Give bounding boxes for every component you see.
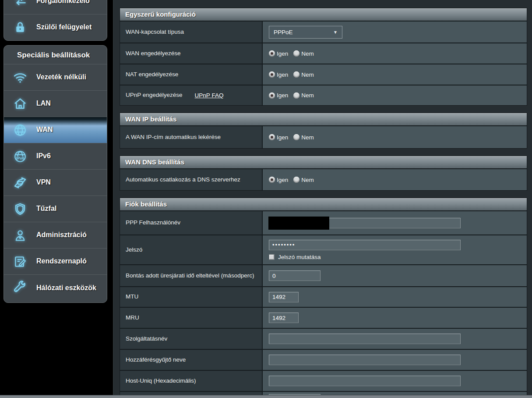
- setting-value-cell: [263, 371, 527, 391]
- radio-option-igen: Igen: [269, 177, 288, 183]
- radio-option-nem: Nem: [293, 50, 314, 57]
- radio-group: IgenNem: [269, 50, 319, 57]
- admin-icon: [11, 226, 29, 245]
- upnp-faq-link[interactable]: UPnP FAQ: [195, 92, 224, 99]
- sidebar-item-vezet-k-n-lk-li[interactable]: Vezeték nélküli: [4, 64, 107, 90]
- radio-option-nem: Nem: [293, 92, 314, 99]
- setting-label-cell: WAN engedélyezése: [120, 43, 263, 64]
- radio-button-igen[interactable]: [269, 134, 275, 140]
- sidebar-item-vpn[interactable]: VPN: [4, 169, 107, 195]
- setting-row: NAT engedélyezéseIgenNem: [120, 64, 527, 85]
- setting-label-cell: NAT engedélyezése: [120, 64, 263, 85]
- input-wrap: [269, 334, 461, 344]
- wifi-icon: [11, 68, 29, 87]
- globe-icon: [11, 121, 29, 139]
- setting-value-cell: PPPoE▼: [263, 21, 527, 43]
- radio-label: Nem: [301, 71, 314, 78]
- sidebar-item-ipv6[interactable]: IPv6IPv6: [4, 143, 107, 169]
- radio-label: Igen: [277, 177, 288, 183]
- radio-option-nem: Nem: [293, 134, 314, 141]
- sidebar-item-label: Hálózati eszközök: [36, 284, 96, 292]
- setting-row: WAN engedélyezéseIgenNem: [120, 43, 527, 64]
- radio-button-igen[interactable]: [269, 50, 275, 57]
- input-wrap: [269, 376, 461, 386]
- radio-group: IgenNem: [269, 134, 319, 141]
- radio-label: Nem: [301, 92, 314, 99]
- setting-label: NAT engedélyezése: [126, 71, 178, 78]
- setting-row: A WAN IP-cím automatikus lekéréseIgenNem: [120, 125, 527, 148]
- setting-label-cell: Automatikus csatlakozás a DNS szerverhez: [120, 169, 263, 190]
- section-2: WAN DNS beállításAutomatikus csatlakozás…: [120, 156, 527, 191]
- sidebar-item-label: Szülői felügyelet: [36, 23, 92, 31]
- szolg-ltat-sn-v-input[interactable]: [269, 334, 461, 344]
- wan-connection-type-select[interactable]: PPPoE▼: [269, 26, 342, 39]
- setting-label: A WAN IP-cím automatikus lekérése: [126, 133, 221, 141]
- setting-value-cell: IgenNem: [263, 126, 527, 148]
- setting-label-cell: Jelszó: [120, 235, 263, 264]
- setting-label: WAN engedélyezése: [126, 50, 181, 57]
- setting-value-cell: [263, 287, 527, 307]
- sidebar-item-lan[interactable]: LAN: [4, 90, 107, 117]
- lock-icon: [11, 18, 29, 37]
- section-0: Egyszerű konfigurációWAN-kapcsolat típus…: [120, 8, 527, 106]
- radio-label: Igen: [277, 71, 288, 78]
- sidebar-item-h-l-zati-eszk-z-k[interactable]: Hálózati eszközök: [4, 274, 107, 302]
- sidebar-item-wan[interactable]: WAN: [4, 117, 107, 143]
- show-password-row: Jelszó mutatása: [269, 254, 321, 260]
- radio-button-igen[interactable]: [269, 71, 275, 78]
- setting-value-cell: Jelszó mutatása: [263, 235, 527, 264]
- radio-option-igen: Igen: [269, 50, 288, 57]
- input-wrap: [269, 270, 321, 281]
- sidebar-group-title: Speciális beállítások: [4, 46, 107, 64]
- sidebar-item-sz-l-i-fel-gyelet[interactable]: Szülői felügyelet: [4, 14, 107, 40]
- sidebar-item-t-zfal[interactable]: Tűzfal: [4, 195, 107, 222]
- radio-label: Igen: [277, 50, 288, 57]
- radio-button-nem[interactable]: [293, 177, 299, 183]
- sidebar-item-label: Tűzfal: [36, 205, 56, 213]
- sidebar: ForgalomkezelőSzülői felügyelet Speciáli…: [0, 0, 113, 398]
- radio-option-nem: Nem: [293, 71, 314, 78]
- host-uniq-hexadecim-lis-input[interactable]: [269, 376, 461, 386]
- radio-button-igen[interactable]: [269, 177, 275, 183]
- setting-label: MRU: [126, 314, 139, 322]
- setting-row: Hozzáférésgyűjtő neve: [120, 349, 527, 370]
- password-input[interactable]: [269, 240, 461, 250]
- radio-button-nem[interactable]: [293, 92, 299, 99]
- setting-row: Bontás adott üresjárati idő elteltével (…: [120, 264, 527, 286]
- setting-value-cell: IgenNem: [263, 85, 527, 105]
- show-password-label: Jelszó mutatása: [278, 254, 321, 260]
- setting-label-cell: MRU: [120, 308, 263, 328]
- log-icon: [11, 252, 29, 271]
- setting-label: Bontás adott üresjárati idő elteltével (…: [126, 272, 254, 280]
- sidebar-group-top: ForgalomkezelőSzülői felügyelet: [4, 0, 107, 41]
- radio-group: IgenNem: [269, 71, 319, 78]
- bont-s-adott-resj-rati-id-eltelt-vel-m-sodperc-input[interactable]: [269, 270, 321, 281]
- mru-input[interactable]: [269, 313, 299, 323]
- radio-button-nem[interactable]: [293, 134, 299, 140]
- sidebar-item-rendszernapl-[interactable]: Rendszernapló: [4, 248, 107, 274]
- sidebar-item-adminisztr-ci-[interactable]: Adminisztráció: [4, 222, 107, 248]
- radio-button-nem[interactable]: [293, 71, 299, 78]
- setting-label-cell: WAN-kapcsolat típusa: [120, 21, 263, 43]
- setting-row: MTU: [120, 286, 527, 307]
- setting-label: PPP Felhasználónév: [126, 219, 180, 227]
- setting-label: Host-Uniq (Hexadecimális): [126, 377, 196, 385]
- mtu-input[interactable]: [269, 292, 299, 302]
- horizontal-scrollbar[interactable]: [0, 395, 532, 398]
- sidebar-item-label: Forgalomkezelő: [36, 0, 90, 5]
- setting-value-cell: [263, 350, 527, 370]
- setting-label: WAN-kapcsolat típusa: [126, 28, 184, 36]
- hozz-f-r-sgy-jt-neve-input[interactable]: [269, 355, 461, 365]
- section-1: WAN IP beállításA WAN IP-cím automatikus…: [120, 113, 527, 149]
- setting-label: Automatikus csatlakozás a DNS szerverhez: [126, 176, 240, 184]
- sidebar-item-label: VPN: [36, 178, 51, 186]
- show-password-checkbox[interactable]: [269, 254, 275, 260]
- section-title: Egyszerű konfiguráció: [120, 8, 527, 21]
- input-wrap: [269, 355, 461, 365]
- section-title: Fiók beállítás: [120, 198, 527, 210]
- sidebar-item-forgalomkezel-[interactable]: Forgalomkezelő: [4, 0, 107, 14]
- sidebar-item-label: IPv6: [36, 152, 51, 160]
- radio-button-igen[interactable]: [269, 92, 275, 99]
- radio-button-nem[interactable]: [293, 50, 299, 57]
- sidebar-item-label: Adminisztráció: [36, 231, 87, 239]
